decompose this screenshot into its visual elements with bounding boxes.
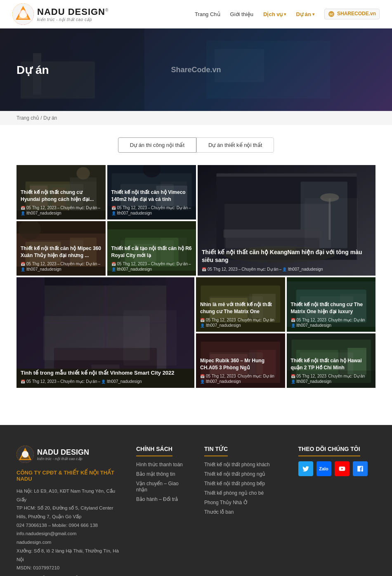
card-date: 📅 05 Thg 12, 2023 (21, 379, 57, 384)
calendar-icon: 📅 (21, 262, 25, 266)
calendar-icon: 📅 (111, 206, 116, 210)
card-author: 👤 lth007_nadudesign (200, 379, 241, 384)
footer-logo: NADU DESIGN kiến trúc - nội thất cao cấp (17, 446, 120, 463)
main-content: Dự án thi công nội thất Dự án thiết kế n… (0, 125, 392, 400)
user-icon: 👤 (291, 380, 295, 384)
calendar-icon: 📅 (291, 318, 295, 322)
logo-icon (12, 3, 34, 25)
logo[interactable]: NADU DESIGN® kiến trúc - nội thất cao cấ… (12, 3, 109, 25)
card-date: 📅 05 Thg 12, 2023 (200, 318, 236, 322)
project-grid-top: Thiết kế nội thất chung cư Hyundai phong… (17, 165, 375, 276)
card-title: Thiết kế nội thất căn hộ KeangNam hiện đ… (202, 248, 371, 264)
svg-text:SC: SC (329, 13, 333, 16)
project-card[interactable]: Mipec Rubik 360 – Mr Hung CH.A05 3 Phòng… (196, 333, 285, 388)
calendar-icon: 📅 (200, 374, 205, 378)
nav-trang-chu[interactable]: Trang Chủ (195, 11, 220, 17)
card-meta: 📅 05 Thg 12, 2023 Chuyên mục: Dự án 👤 lt… (291, 318, 372, 328)
footer-link[interactable]: Thiết kế nội thất phòng ngủ (204, 471, 265, 477)
card-category: Chuyên mục: Dự án (328, 374, 365, 378)
card-title: Thiết kế nội thất căn hộ Hawai quận 2 TP… (291, 357, 372, 371)
card-date: 📅 05 Thg 12, 2023 (291, 318, 327, 322)
card-category: Chuyên mục: Dự án (60, 205, 97, 210)
footer-link-item: Thước lỗ ban (204, 509, 282, 515)
card-meta: 📅 05 Thg 12, 2023 – Chuyên mục: Dự án – … (111, 262, 192, 271)
footer-link-item: Thiết kế phòng ngủ cho bé (204, 490, 282, 496)
calendar-icon: 📅 (202, 267, 206, 271)
breadcrumb-current: Dự án (43, 115, 57, 121)
project-card[interactable]: Thiết kế nội thất căn hộ Hawai quận 2 TP… (287, 333, 376, 388)
project-card-featured[interactable]: Thiết kế nội thất căn hộ KeangNam hiện đ… (198, 165, 375, 276)
card-category: Chuyên mục: Dự án (151, 262, 188, 266)
project-card[interactable]: Thiết kế nội thất chung cư The Matrix On… (287, 277, 376, 332)
project-card[interactable]: Thiết kế cải tạo nội thất căn hộ R6 Roya… (107, 221, 196, 276)
footer-address-hcm: TP HCM: Số 20, Đường số 5, Cityland Cent… (17, 504, 120, 521)
nav-gioi-thieu[interactable]: Giới thiệu (230, 11, 253, 17)
footer-tin-tuc: TIN TỨC Thiết kế nội thất phòng khách Th… (204, 446, 282, 576)
project-card[interactable]: Thiết kế nội thất căn hộ Mipec 360 Xuân … (17, 221, 106, 276)
nav-du-an[interactable]: Dự án ▾ (296, 11, 314, 17)
footer-link-item: Bảo mật thông tin (136, 471, 188, 477)
footer-grid: NADU DESIGN kiến trúc - nội thất cao cấp… (17, 446, 375, 576)
user-icon: 👤 (282, 267, 287, 271)
card-overlay: Thiết kế nội thất căn hộ Hawai quận 2 TP… (287, 333, 376, 388)
footer-link[interactable]: Thiết kế nội thất phòng khách (204, 462, 270, 467)
footer-company: NADU DESIGN kiến trúc - nội thất cao cấp… (17, 446, 120, 576)
footer-link[interactable]: Hình thức thanh toán (136, 462, 183, 467)
footer-chinh-sach-links: Hình thức thanh toán Bảo mật thông tin V… (136, 461, 188, 502)
svg-point-11 (70, 33, 95, 57)
footer-link[interactable]: Bảo mật thông tin (136, 471, 175, 477)
tab-thi-cong[interactable]: Dự án thi công nội thất (118, 137, 196, 153)
calendar-icon: 📅 (21, 380, 25, 384)
footer-logo-text: NADU DESIGN kiến trúc - nội thất cao cấp (37, 448, 89, 461)
footer-link-item: Vận chuyển – Giao nhận (136, 480, 188, 493)
breadcrumb: Trang chủ / Dự án (0, 111, 392, 125)
card-category: Chuyên mục: Dự án (241, 267, 278, 271)
card-meta: 📅 05 Thg 12, 2023 – Chuyên mục: Dự án – … (202, 267, 371, 271)
card-category: Chuyên mục: Dự án (328, 318, 365, 322)
tab-thiet-ke[interactable]: Dự án thiết kế nội thất (196, 137, 274, 153)
nav-dich-vu[interactable]: Dịch vụ ▾ (263, 11, 286, 17)
footer-chinh-sach-title: CHÍNH SÁCH (136, 446, 172, 456)
footer-link[interactable]: Phong Thủy Nhà Ở (204, 500, 248, 505)
twitter-icon[interactable] (298, 461, 313, 476)
project-card[interactable]: Nhìn là mê với thiết kế nội thất chung c… (196, 277, 285, 332)
card-author: 👤 lth007_nadudesign (282, 267, 323, 271)
footer-email[interactable]: info.nadudesign@gmail.com (17, 531, 76, 536)
footer-link[interactable]: Vận chuyển – Giao nhận (136, 481, 179, 493)
footer-link-item: Thiết kế nội thất phòng bếp (204, 480, 282, 486)
footer-company-name: CÔNG TY CPĐT & THIẾT KẾ NỘI THẤT NADU (17, 470, 120, 482)
card-author: 👤 lth007_nadudesign (200, 323, 241, 328)
card-title: Thiết kế nội thất căn hộ Mipec 360 Xuân … (21, 245, 102, 259)
project-card[interactable]: Thiết kế nội thất chung cư Hyundai phong… (17, 165, 106, 220)
project-card[interactable]: Thiết kế nội thất căn hộ Vimeco 140m2 hi… (107, 165, 196, 220)
card-title: Thiết kế nội thất chung cư Hyundai phong… (21, 189, 102, 203)
breadcrumb-home[interactable]: Trang chủ (17, 115, 39, 121)
footer-link[interactable]: Thước lỗ ban (204, 509, 234, 515)
card-title: Thiết kế nội thất chung cư The Matrix On… (291, 301, 372, 315)
footer-link[interactable]: Thiết kế nội thất phòng bếp (204, 481, 265, 486)
card-meta: 📅 05 Thg 12, 2023 – Chuyên mục: Dự án – … (21, 379, 190, 384)
card-date: 📅 05 Thg 12, 2023 (291, 374, 327, 378)
footer-tin-tuc-title: TIN TỨC (204, 446, 228, 456)
footer-website[interactable]: nadudesign.com (17, 540, 51, 545)
card-title: Thiết kế nội thất căn hộ Vimeco 140m2 hi… (111, 189, 192, 203)
card-overlay: Nhìn là mê với thiết kế nội thất chung c… (196, 277, 285, 332)
footer-link[interactable]: Bảo hành – Đổi trả (136, 496, 178, 502)
footer-link-item: Hình thức thanh toán (136, 461, 188, 467)
card-overlay: Thiết kế cải tạo nội thất căn hộ R6 Roya… (107, 221, 196, 276)
zalo-icon[interactable]: Zalo (316, 461, 331, 476)
card-author: 👤 lth007_nadudesign (21, 211, 61, 215)
breadcrumb-separator: / (40, 115, 43, 121)
card-overlay: Tinh tế trong mẫu thiết kế nội thất Vinh… (17, 277, 194, 388)
footer-link[interactable]: Thiết kế phòng ngủ cho bé (204, 490, 264, 496)
project-card[interactable]: Tinh tế trong mẫu thiết kế nội thất Vinh… (17, 277, 194, 388)
dich-vu-arrow-icon: ▾ (284, 12, 286, 17)
calendar-icon: 📅 (200, 318, 205, 322)
footer-info: Hà Nội: Lô E9, A10, KĐT Nam Trung Yên, C… (17, 487, 120, 576)
facebook-icon[interactable] (353, 461, 368, 476)
card-meta: 📅 05 Thg 12, 2023 – Chuyên mục: Dự án – … (21, 205, 102, 215)
card-date: 📅 05 Thg 12, 2023 (202, 267, 238, 271)
youtube-icon[interactable] (335, 461, 349, 476)
card-title: Mipec Rubik 360 – Mr Hung CH.A05 3 Phòng… (200, 357, 281, 371)
footer-workshop: Xưởng: Số 8, lô 2 làng Hạ Thái, Thường T… (17, 547, 120, 564)
